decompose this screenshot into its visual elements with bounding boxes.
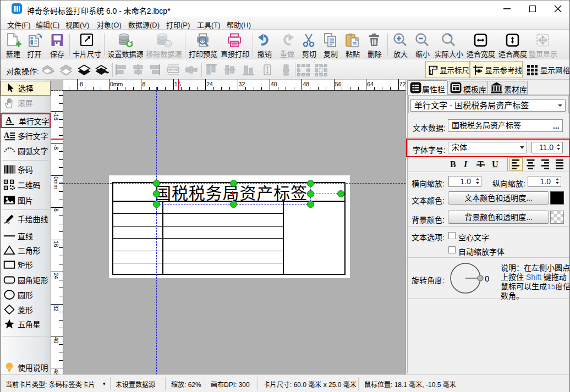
svg-text:A: A: [6, 115, 12, 124]
svg-text:A: A: [4, 131, 10, 140]
